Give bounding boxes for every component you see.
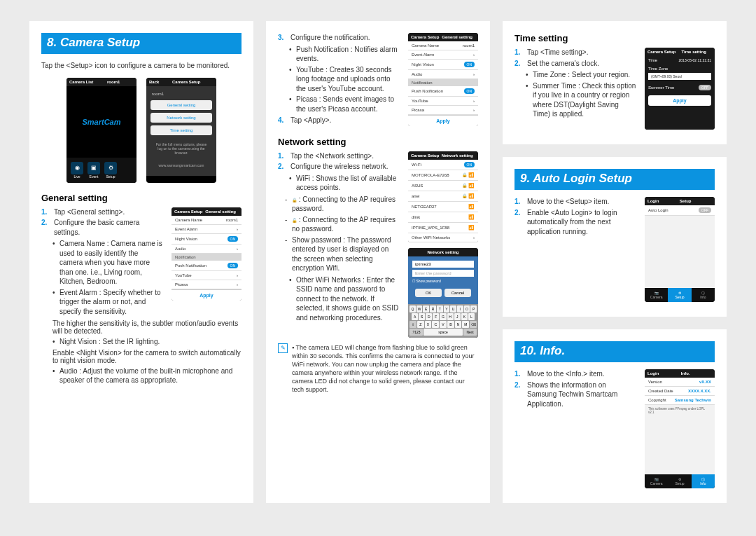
nav2-info[interactable]: ⓘInfo <box>692 474 715 488</box>
gs2-pn: Push Notification <box>412 89 443 93</box>
gs-audio[interactable]: Audio <box>175 247 186 251</box>
gs2-pn-toggle[interactable]: ON <box>464 88 475 94</box>
gs-camera-name-val[interactable]: room1 <box>226 218 238 222</box>
live-label: Live <box>71 174 83 179</box>
note-icon: ✎ <box>278 343 288 353</box>
info-copyright-lbl: Copyright <box>648 398 666 402</box>
page-columns: 8. Camera Setup Tap the <Setup> icon to … <box>29 21 727 503</box>
keyboard[interactable]: QWERTYUIOP ASDFGHJKL ⇧ZXCVBNM⌫ .?123spac… <box>408 304 478 338</box>
al-title: Setup <box>659 199 712 203</box>
unlock-icon: 🔓 <box>292 219 297 223</box>
other-wifi-row[interactable]: Other WiFi Networks› <box>408 233 478 242</box>
column-right-stack: Time setting 1.Tap <Time setting>. 2.Set… <box>503 21 727 503</box>
n-wifi: WiFi : Shows the list of available acces… <box>289 174 400 193</box>
gs-youtube[interactable]: YouTube <box>175 273 192 277</box>
ap-0[interactable]: MOTOROLA-E7268🔒 📶 <box>408 170 478 181</box>
menu-url: www.samsungsmartcam.com <box>150 159 212 172</box>
ap-1[interactable]: ASUS🔒 📶 <box>408 181 478 191</box>
gs-camera-name-lbl: Camera Name <box>175 218 202 222</box>
menu-network-setting[interactable]: Network setting <box>150 113 212 123</box>
info-back[interactable]: Login <box>648 371 659 376</box>
g-b3-extra: Enable <Night Vision> for the camera to … <box>52 349 241 364</box>
room-sublabel: room1 <box>150 90 212 100</box>
ap-3[interactable]: NETGEAR27📶 <box>408 202 478 212</box>
ns-title: Network setting <box>439 153 475 158</box>
al-back[interactable]: Login <box>648 199 659 203</box>
timezone-select[interactable]: (GMT+09:00) Seoul <box>648 73 711 80</box>
s3-youtube: YouTube : Creates 30 seconds long footag… <box>289 65 400 94</box>
push-notif-toggle[interactable]: ON <box>227 263 239 268</box>
ap-5[interactable]: IPTIME_WPS_1F88📶 <box>408 223 478 233</box>
nav2-camera[interactable]: 📷Camera <box>645 474 668 488</box>
nav-setup[interactable]: ⚙Setup <box>668 288 691 302</box>
led-note: The camera LED will change from flashing… <box>292 344 474 394</box>
ts-apply-button[interactable]: Apply <box>648 95 711 106</box>
summer-toggle[interactable]: OFF <box>699 85 711 90</box>
n-other-wifi: Other WiFi Networks : Enter the SSID nam… <box>289 275 400 323</box>
gs2-notif: Notification <box>408 79 478 86</box>
column-camera-setup: 8. Camera Setup Tap the <Setup> icon to … <box>29 21 253 503</box>
gs2-au[interactable]: Audio <box>412 72 422 76</box>
auto-login-row: Auto Login <box>648 208 668 212</box>
gs-notification-section: Notification <box>172 254 241 261</box>
nav-info[interactable]: ⓘInfo <box>692 288 715 302</box>
g-b2-extra: The higher the sensitivity is, the subtl… <box>52 319 241 335</box>
ap-4[interactable]: dlink📶 <box>408 212 478 223</box>
screenshot-pair: Camera Listroom1 SmartCam ◉Live ▣Event ⚙… <box>41 78 241 183</box>
gs-hdr-left[interactable]: Camera Setup <box>174 209 202 214</box>
al-step-1: Move to the <Setup> item. <box>527 197 609 207</box>
gs2-pc[interactable]: Picasa <box>412 108 424 112</box>
show-password-check[interactable]: ☐ Show password <box>412 279 474 283</box>
camera-list-label: Camera List <box>69 80 93 84</box>
gs2-nv-toggle[interactable]: ON <box>464 62 475 67</box>
cancel-button[interactable]: Cancel <box>444 289 471 297</box>
s3-push: Push Notification : Notifies alarm event… <box>289 45 400 64</box>
nav2-setup[interactable]: ⚙Setup <box>668 474 691 488</box>
info-version-lbl: Version <box>648 380 662 384</box>
phone-info: LoginInfo. VersionvX.XX Created DateXXXX… <box>645 369 715 488</box>
n-step-1: Tap the <Network setting>. <box>290 151 374 161</box>
step-4: Tap <Apply>. <box>290 116 331 125</box>
n-step-2: Configure the wireless network. <box>290 162 388 172</box>
info-step-1: Move to the <Info.> item. <box>527 369 605 379</box>
gs2-hdr-title: General setting <box>439 35 475 39</box>
night-vision-toggle[interactable]: ON <box>227 236 239 242</box>
wifi-toggle[interactable]: ON <box>464 162 475 167</box>
general-setting-heading: General setting <box>41 193 241 203</box>
n-lock-icon-line: 🔒 : Connecting to the AP requires passwo… <box>285 195 400 214</box>
password-input[interactable]: Enter the password <box>412 270 474 277</box>
gs2-hdr-left[interactable]: Camera Setup <box>411 35 439 39</box>
gs-apply-button[interactable]: Apply <box>172 289 241 301</box>
section-8-title: 8. Camera Setup <box>41 33 241 54</box>
gs2-yt[interactable]: YouTube <box>412 99 428 103</box>
info-step-2: Shows the information on Samsung Techwin… <box>527 380 636 409</box>
live-icon[interactable]: ◉ <box>71 162 83 174</box>
info-date-val: XXXX.X.XX. <box>688 389 711 393</box>
ns-back[interactable]: Camera Setup <box>411 153 439 158</box>
gs-night-vision: Night Vision <box>175 237 197 241</box>
menu-general-setting[interactable]: General setting <box>150 100 212 110</box>
back-button[interactable]: Back <box>149 80 159 84</box>
auto-login-toggle[interactable]: OFF <box>699 207 711 213</box>
ts-time-lbl: Time <box>648 58 657 62</box>
event-icon[interactable]: ▣ <box>88 162 100 174</box>
gs2-cn-v[interactable]: room1 <box>463 43 475 48</box>
gs2-ea[interactable]: Event Alarm <box>412 53 434 57</box>
g-bullet-audio: Audio : Adjust the volume of the built-i… <box>52 366 241 385</box>
gs-event-alarm[interactable]: Event Alarm <box>175 227 197 231</box>
phone-camera-setup-menu: BackCamera Setup room1 General setting N… <box>146 78 216 183</box>
setup-icon[interactable]: ⚙ <box>104 162 117 174</box>
section-10-title: 10. Info. <box>514 341 715 362</box>
pwd-title: Network setting <box>411 250 475 254</box>
ok-button[interactable]: OK <box>415 289 442 297</box>
nav-camera[interactable]: 📷Camera <box>645 288 668 302</box>
ts-time-val: 2013-05-02 11:21:31 <box>679 58 711 62</box>
menu-time-setting[interactable]: Time setting <box>150 125 212 135</box>
gs2-apply[interactable]: Apply <box>408 115 478 126</box>
gs-picasa[interactable]: Picasa <box>175 282 188 287</box>
phone-general-setting-copy: Camera SetupGeneral setting Camera Namer… <box>408 33 478 126</box>
ts-back[interactable]: Camera Setup <box>648 50 676 54</box>
ap-2[interactable]: ariel🔒 📶 <box>408 191 478 202</box>
phone-password-dialog: Network setting iptime23 Enter the passw… <box>408 248 478 338</box>
gs-hdr-title: General setting <box>202 209 239 214</box>
